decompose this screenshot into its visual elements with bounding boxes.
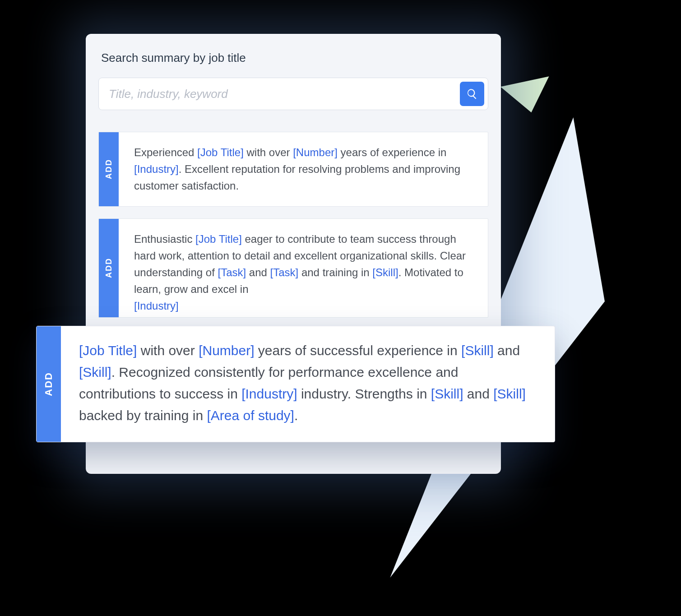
text-fragment: with over (137, 343, 199, 358)
summary-text: Experienced [Job Title] with over [Numbe… (119, 132, 488, 206)
add-button[interactable]: ADD (99, 132, 119, 206)
placeholder-industry-truncated[interactable]: [Industry] (134, 300, 179, 312)
text-fragment: years of successful experience in (255, 343, 462, 358)
summary-card: ADD Experienced [Job Title] with over [N… (98, 132, 488, 207)
placeholder-task[interactable]: [Task] (218, 266, 246, 278)
summary-card-expanded: ADD [Job Title] with over [Number] years… (36, 326, 555, 442)
text-fragment: and (463, 386, 494, 401)
decorative-triangle-green (500, 76, 556, 117)
text-fragment: Experienced (134, 146, 197, 158)
search-input[interactable] (109, 87, 460, 101)
text-fragment: Enthusiastic (134, 233, 195, 245)
summary-text: [Job Title] with over [Number] years of … (61, 326, 555, 442)
placeholder-job-title[interactable]: [Job Title] (195, 233, 242, 245)
placeholder-number[interactable]: [Number] (199, 343, 254, 358)
text-fragment: years of experience in (338, 146, 446, 158)
placeholder-task[interactable]: [Task] (270, 266, 299, 278)
add-label: ADD (104, 159, 114, 179)
search-button[interactable] (460, 82, 484, 106)
placeholder-number[interactable]: [Number] (293, 146, 338, 158)
add-button[interactable]: ADD (37, 326, 61, 442)
placeholder-area-of-study[interactable]: [Area of study] (207, 408, 294, 423)
text-fragment: industry. Strengths in (297, 386, 431, 401)
text-fragment: . (294, 408, 298, 423)
placeholder-skill[interactable]: [Skill] (79, 365, 111, 380)
search-icon (466, 88, 478, 100)
add-label: ADD (43, 372, 55, 396)
text-fragment: and training in (298, 266, 372, 278)
text-fragment: . Excellent reputation for resolving pro… (134, 163, 460, 192)
placeholder-industry[interactable]: [Industry] (134, 163, 179, 175)
placeholder-industry[interactable]: [Industry] (241, 386, 297, 401)
panel-title: Search summary by job title (101, 51, 488, 65)
summary-text: Enthusiastic [Job Title] eager to contri… (119, 219, 488, 317)
search-row (98, 78, 488, 110)
text-fragment: and (494, 343, 520, 358)
placeholder-skill[interactable]: [Skill] (493, 386, 526, 401)
placeholder-job-title[interactable]: [Job Title] (79, 343, 137, 358)
add-button[interactable]: ADD (99, 219, 119, 317)
summary-card: ADD Enthusiastic [Job Title] eager to co… (98, 218, 488, 318)
placeholder-skill[interactable]: [Skill] (431, 386, 463, 401)
placeholder-job-title[interactable]: [Job Title] (197, 146, 244, 158)
placeholder-skill[interactable]: [Skill] (372, 266, 398, 278)
text-fragment: with over (244, 146, 293, 158)
text-fragment: and (246, 266, 270, 278)
placeholder-skill[interactable]: [Skill] (461, 343, 494, 358)
text-fragment: backed by training in (79, 408, 207, 423)
add-label: ADD (104, 258, 114, 278)
